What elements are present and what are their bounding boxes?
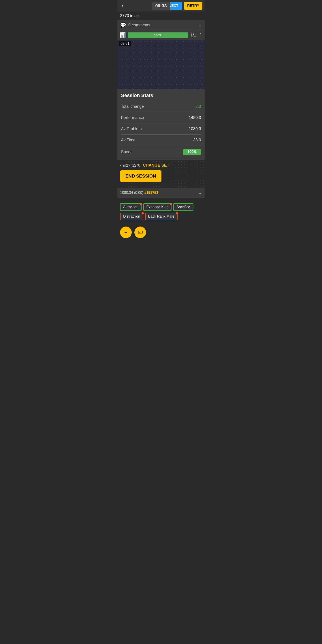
tag-dot-distraction <box>142 212 144 214</box>
chart-background <box>118 40 204 89</box>
chart-area: 02:31 <box>118 40 204 89</box>
set-filter-row: < m2 < 1270 CHANGE SET <box>120 163 202 168</box>
comments-left: 💬 0 comments <box>120 22 150 28</box>
progress-percent: 100% <box>154 33 162 37</box>
tag-dot-attraction <box>140 203 142 205</box>
tag-fab-button[interactable]: 🏷 <box>134 226 146 238</box>
stat-label-performance: Performance <box>121 116 144 120</box>
stat-row-total-change: Total change 2.3 <box>121 101 201 112</box>
progress-bar-container: 100% <box>128 32 188 38</box>
set-info: 2770 in set <box>118 12 204 20</box>
progress-bar-fill: 100% <box>128 32 188 38</box>
set-info-text: 2770 in set <box>120 14 140 18</box>
progress-fraction: 1/1 <box>190 33 196 38</box>
tags-row: Attraction Exposed King Sacrifice Distra… <box>120 202 202 221</box>
tag-attraction[interactable]: Attraction <box>120 203 142 211</box>
comments-bar[interactable]: 💬 0 comments ⌄ <box>118 20 204 30</box>
tag-dot-back-rank-mate <box>176 212 178 214</box>
tags-container: Attraction Exposed King Sacrifice Distra… <box>118 200 204 223</box>
tag-dot-exposed-king <box>170 203 172 205</box>
stat-label-speed: Speed <box>121 150 132 154</box>
stat-label-av-time: Av Time <box>121 138 136 142</box>
card-info-chevron-icon[interactable]: ⌄ <box>198 190 202 196</box>
comments-text: 0 comments <box>128 23 150 28</box>
card-info-score: 1080.34 (0.00) <box>120 191 143 194</box>
stat-row-speed: Speed 100% <box>121 146 201 158</box>
stat-row-av-time: Av Time 33.0 <box>121 134 201 146</box>
chart-timestamp: 02:31 <box>119 41 131 46</box>
stats-title: Session Stats <box>121 92 201 98</box>
card-info-link[interactable]: #158753 <box>144 191 158 194</box>
stat-row-av-problem: Av Problem 1080.3 <box>121 124 201 134</box>
change-set-button[interactable]: CHANGE SET <box>142 163 170 168</box>
retry-button[interactable]: RETRY <box>184 2 202 10</box>
tag-exposed-king[interactable]: Exposed King <box>143 203 172 211</box>
stat-label-total-change: Total change <box>121 104 144 109</box>
speed-value: 100% <box>188 150 196 154</box>
card-info-row: 1080.34 (0.00) #158753 ⌄ <box>118 188 204 198</box>
tag-back-rank-mate[interactable]: Back Rank Mate <box>145 213 178 220</box>
stat-value-performance: 1480.3 <box>189 116 201 120</box>
speed-bar: 100% <box>183 149 201 155</box>
stat-value-av-problem: 1080.3 <box>189 126 201 131</box>
comment-icon: 💬 <box>120 22 126 28</box>
chart-icon: 📊 <box>120 32 126 38</box>
end-session-button[interactable]: END SESSION <box>120 170 162 182</box>
comments-chevron-icon[interactable]: ⌄ <box>198 22 202 28</box>
header: ‹ 00:33 NEXT RETRY <box>118 0 204 12</box>
stat-row-performance: Performance 1480.3 <box>121 112 201 124</box>
timer-display: 00:33 <box>152 2 170 10</box>
tag-sacrifice[interactable]: Sacrifice <box>173 203 193 211</box>
tag-distraction[interactable]: Distraction <box>120 213 143 220</box>
progress-chevron-icon[interactable]: ⌃ <box>198 32 202 38</box>
stat-value-av-time: 33.0 <box>193 138 201 142</box>
set-filter-text: < m2 < 1270 <box>120 164 140 168</box>
add-fab-button[interactable]: + <box>120 226 132 238</box>
stats-section: Session Stats Total change 2.3 Performan… <box>118 89 204 160</box>
stat-label-av-problem: Av Problem <box>121 126 142 131</box>
card-info-text: 1080.34 (0.00) #158753 <box>120 191 158 195</box>
bottom-area: < m2 < 1270 CHANGE SET END SESSION <box>118 160 204 188</box>
stat-value-total-change: 2.3 <box>196 104 201 109</box>
back-button[interactable]: ‹ <box>120 2 125 10</box>
progress-row: 📊 100% 1/1 ⌃ <box>118 30 204 40</box>
header-buttons: NEXT RETRY <box>165 2 202 10</box>
fab-row: + 🏷 <box>118 223 204 242</box>
